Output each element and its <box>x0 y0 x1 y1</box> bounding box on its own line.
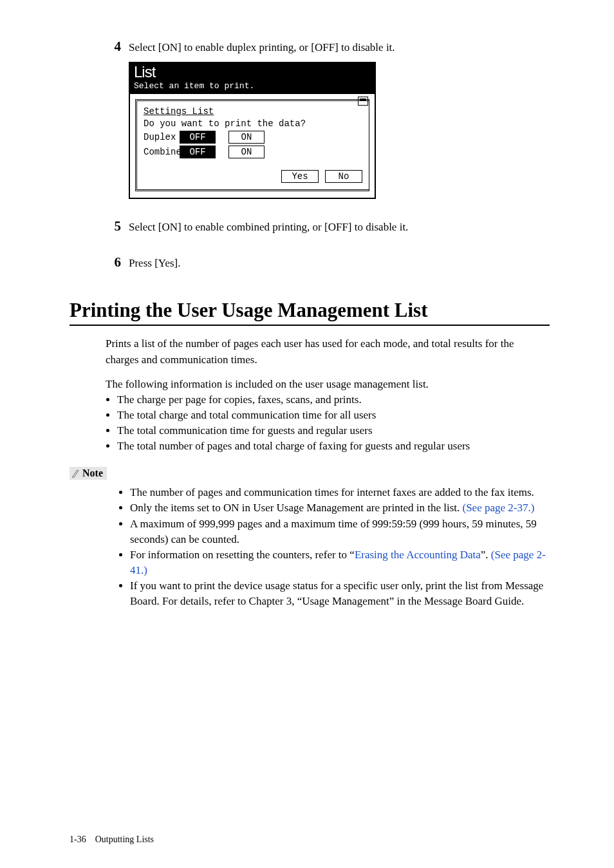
note-item: For information on resetting the counter… <box>130 547 550 578</box>
section-bullet: The total charge and total communication… <box>117 408 550 423</box>
duplex-on-button[interactable]: ON <box>228 131 265 144</box>
section-bullet: The total number of pages and total char… <box>117 439 550 454</box>
section-intro: Prints a list of the number of pages eac… <box>106 336 550 367</box>
section-lead: The following information is included on… <box>106 377 550 392</box>
lcd-question: Do you want to print the data? <box>144 118 369 129</box>
lcd-heading: Settings List <box>144 106 369 117</box>
step-text-6: Press [Yes]. <box>129 256 180 271</box>
lcd-screenshot: List Select an item to print. Settings L… <box>129 62 376 199</box>
scrollbar-thumb-icon <box>358 97 368 106</box>
note-label: Note <box>82 467 103 479</box>
section-bullet: The total communication time for guests … <box>117 423 550 439</box>
lcd-combine-label: Combine <box>144 147 180 157</box>
section-bullet: The charge per page for copies, faxes, s… <box>117 392 550 408</box>
lcd-title: List <box>134 64 371 80</box>
combine-off-button[interactable]: OFF <box>180 146 216 158</box>
note-item: If you want to print the device usage st… <box>130 578 550 609</box>
note-item: The number of pages and communication ti… <box>130 485 550 500</box>
page-ref-link[interactable]: (See page 2-37.) <box>463 502 535 514</box>
note-item: A maximum of 999,999 pages and a maximum… <box>130 516 550 547</box>
combine-on-button[interactable]: ON <box>228 146 265 158</box>
note-item: Only the items set to ON in User Usage M… <box>130 500 550 516</box>
chapter-name: Outputting Lists <box>95 835 154 844</box>
note-badge: Note <box>70 467 107 480</box>
lcd-subtitle: Select an item to print. <box>134 81 371 91</box>
step-number-5: 5 <box>106 218 121 234</box>
page-number: 1-36 <box>70 835 86 844</box>
step-number-6: 6 <box>106 254 121 270</box>
lcd-duplex-label: Duplex <box>144 132 180 142</box>
section-heading: Printing the User Usage Management List <box>70 299 550 325</box>
step-number-4: 4 <box>106 39 121 55</box>
pencil-icon <box>71 468 80 478</box>
no-button[interactable]: No <box>325 170 362 183</box>
step-text-4: Select [ON] to enable duplex printing, o… <box>129 40 395 55</box>
erasing-data-link[interactable]: Erasing the Accounting Data <box>355 549 481 561</box>
duplex-off-button[interactable]: OFF <box>180 131 216 144</box>
yes-button[interactable]: Yes <box>281 170 319 183</box>
step-text-5: Select [ON] to enable combined printing,… <box>129 220 408 235</box>
